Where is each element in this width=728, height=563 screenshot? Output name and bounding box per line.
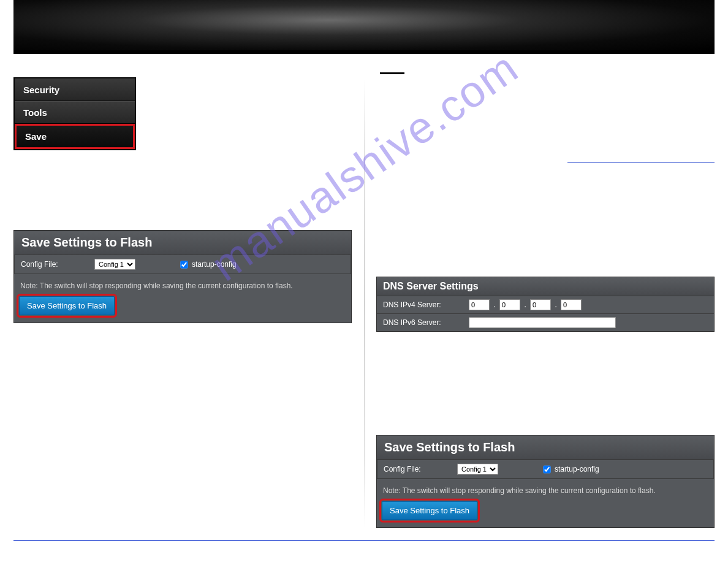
dns-ipv4-row: DNS IPv4 Server: . . . bbox=[377, 296, 714, 313]
dns-ipv4-octet-2[interactable] bbox=[499, 299, 520, 310]
config-file-select[interactable]: Config 1 bbox=[457, 464, 498, 475]
save-note: Note: The switch will stop responding wh… bbox=[377, 479, 714, 501]
right-column: DNS Server Settings DNS IPv4 Server: . .… bbox=[364, 54, 715, 528]
save-settings-button[interactable]: Save Settings to Flash bbox=[382, 501, 477, 520]
left-column: Security Tools Save Save Settings to Fla… bbox=[13, 54, 364, 528]
dns-ipv4-octet-4[interactable] bbox=[561, 299, 582, 310]
startup-config-checkbox[interactable] bbox=[543, 465, 550, 473]
save-settings-panel-right: Save Settings to Flash Config File: Conf… bbox=[376, 435, 715, 528]
dns-ipv4-label: DNS IPv4 Server: bbox=[383, 301, 469, 309]
config-file-row: Config File: Config 1 startup-config bbox=[377, 459, 714, 479]
startup-config-label: startup-config bbox=[192, 260, 237, 269]
sidebar-item-label: Save bbox=[25, 131, 47, 142]
top-banner bbox=[13, 0, 715, 54]
sidebar-menu: Security Tools Save bbox=[13, 77, 136, 150]
dns-ipv4-octet-3[interactable] bbox=[530, 299, 551, 310]
sidebar-item-label: Security bbox=[23, 85, 59, 95]
ip-dot: . bbox=[522, 301, 528, 309]
column-divider bbox=[364, 79, 365, 528]
config-file-row: Config File: Config 1 startup-config bbox=[14, 255, 351, 274]
sidebar-item-label: Tools bbox=[23, 107, 47, 118]
dns-ipv6-row: DNS IPv6 Server: bbox=[377, 313, 714, 331]
startup-config-checkbox[interactable] bbox=[180, 261, 188, 268]
ip-dot: . bbox=[553, 301, 558, 309]
dns-ipv6-label: DNS IPv6 Server: bbox=[383, 318, 469, 327]
dns-ipv6-input[interactable] bbox=[469, 317, 616, 328]
save-settings-button[interactable]: Save Settings to Flash bbox=[19, 296, 115, 315]
ip-dot: . bbox=[491, 301, 497, 309]
save-settings-panel-left: Save Settings to Flash Config File: Conf… bbox=[13, 230, 352, 323]
startup-config-label: startup-config bbox=[555, 465, 599, 473]
sidebar-item-save[interactable]: Save bbox=[15, 124, 135, 149]
panel-title: Save Settings to Flash bbox=[14, 231, 351, 255]
dns-ipv4-octet-1[interactable] bbox=[469, 299, 490, 310]
sidebar-item-tools[interactable]: Tools bbox=[15, 101, 135, 124]
save-note: Note: The switch will stop responding wh… bbox=[14, 274, 351, 296]
blue-underline bbox=[567, 162, 715, 163]
sidebar-item-security[interactable]: Security bbox=[15, 79, 135, 101]
page-bottom-rule bbox=[13, 540, 715, 541]
dns-server-settings-panel: DNS Server Settings DNS IPv4 Server: . .… bbox=[376, 277, 715, 332]
config-file-select[interactable]: Config 1 bbox=[94, 259, 135, 270]
config-file-label: Config File: bbox=[21, 260, 94, 269]
dns-panel-title: DNS Server Settings bbox=[377, 277, 714, 296]
config-file-label: Config File: bbox=[384, 465, 457, 473]
panel-title: Save Settings to Flash bbox=[377, 435, 714, 459]
